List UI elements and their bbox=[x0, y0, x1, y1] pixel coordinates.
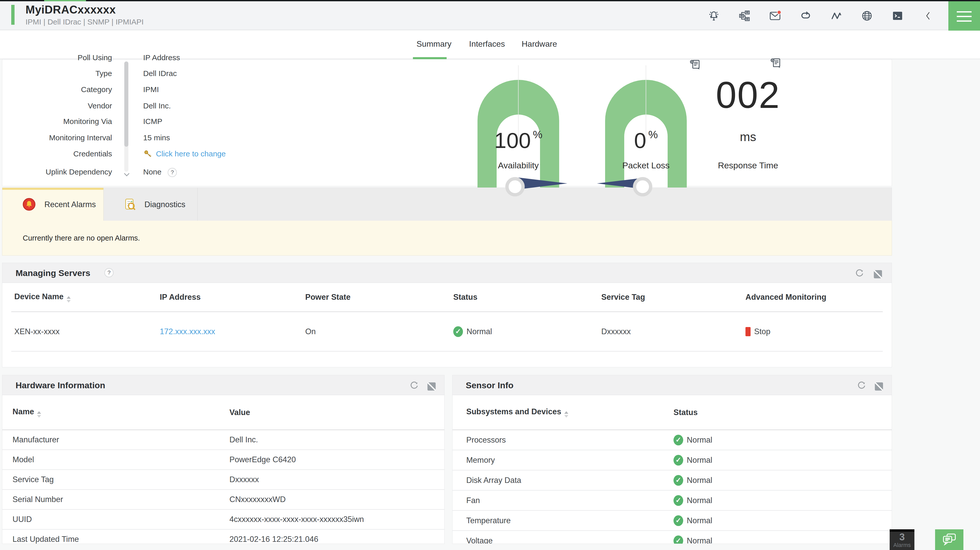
detail-row: Credentials Click here to change bbox=[2, 148, 892, 159]
detail-label: Poll Using bbox=[2, 52, 112, 63]
refresh-icon[interactable] bbox=[856, 380, 867, 391]
tab-recent-alarms[interactable]: Recent Alarms bbox=[2, 188, 103, 221]
sensor-status: Normal bbox=[673, 515, 892, 526]
tab-interfaces[interactable]: Interfaces bbox=[469, 39, 505, 49]
mail-icon[interactable] bbox=[769, 10, 781, 22]
hardware-column-header: Name Value bbox=[2, 395, 444, 429]
hw-value: PowerEdge C6420 bbox=[229, 455, 444, 464]
detail-value: IPMI bbox=[143, 84, 159, 95]
status-text: Normal bbox=[466, 327, 492, 336]
availability-label: Availability bbox=[477, 161, 559, 170]
globe-icon[interactable] bbox=[861, 10, 873, 22]
col-name[interactable]: Name bbox=[13, 407, 229, 418]
col-ip-address[interactable]: IP Address bbox=[160, 292, 305, 302]
sort-icon[interactable] bbox=[37, 411, 41, 418]
sensor-name: Processors bbox=[466, 436, 673, 445]
sensor-row: Fan Normal bbox=[452, 490, 892, 510]
collapse-panel-icon[interactable] bbox=[872, 269, 883, 280]
alarm-count-widget[interactable]: 3 Alarms bbox=[890, 529, 915, 550]
hw-value: 4cxxxxxx-xxxx-xxxx-xxxx-xxxxxx35iwn bbox=[229, 515, 444, 524]
chevron-left-icon[interactable] bbox=[922, 10, 935, 22]
detail-label: Monitoring Via bbox=[2, 116, 112, 127]
tab-hardware[interactable]: Hardware bbox=[522, 39, 557, 49]
hardware-information-title: Hardware Information bbox=[16, 380, 105, 390]
hardware-row: Last Updated Time 2021-02-16 12:25:21.04… bbox=[2, 529, 444, 544]
workflow-icon[interactable] bbox=[738, 10, 751, 22]
hw-name: Last Updated Time bbox=[13, 535, 229, 544]
chat-support-button[interactable] bbox=[935, 529, 963, 550]
managing-servers-row: XEN-xx-xxxx 172.xxx.xxx.xxx On Normal Dx… bbox=[2, 312, 892, 351]
hamburger-menu-button[interactable] bbox=[948, 1, 980, 31]
credentials-change-link[interactable]: Click here to change bbox=[143, 148, 226, 162]
status-check-icon bbox=[673, 475, 683, 486]
detail-label: Vendor bbox=[2, 100, 112, 111]
col-subsystems[interactable]: Subsystems and Devices bbox=[466, 407, 673, 418]
alarm-bell-icon[interactable] bbox=[708, 10, 720, 22]
sensor-status: Normal bbox=[673, 435, 892, 445]
status-check-icon bbox=[673, 536, 683, 544]
collapse-panel-icon[interactable] bbox=[426, 381, 437, 392]
credentials-link-text[interactable]: Click here to change bbox=[156, 149, 226, 158]
sort-icon[interactable] bbox=[564, 411, 568, 418]
sort-icon[interactable] bbox=[67, 296, 71, 302]
cell-advanced-monitoring[interactable]: Stop bbox=[746, 327, 892, 336]
availability-gauge-hub bbox=[505, 177, 525, 196]
cell-ip-address-link[interactable]: 172.xxx.xxx.xxx bbox=[160, 327, 305, 336]
sensor-row: Temperature Normal bbox=[452, 510, 892, 530]
hw-name: Service Tag bbox=[13, 475, 229, 484]
hw-value: Dxxxxxx bbox=[229, 475, 444, 484]
col-status[interactable]: Status bbox=[673, 408, 892, 417]
managing-servers-header: Managing Servers ? bbox=[2, 263, 892, 283]
alarm-count-label: Alarms bbox=[890, 542, 915, 548]
details-scrollbar-thumb[interactable] bbox=[124, 62, 128, 147]
col-device-name[interactable]: Device Name bbox=[14, 292, 160, 302]
uplink-help-badge[interactable]: ? bbox=[168, 168, 177, 177]
table-row-divider bbox=[11, 351, 883, 351]
cell-service-tag: Dxxxxxx bbox=[601, 327, 746, 336]
no-alarms-message: Currently there are no open Alarms. bbox=[23, 234, 140, 242]
tab-diagnostics[interactable]: Diagnostics bbox=[103, 188, 197, 221]
sensor-column-header: Subsystems and Devices Status bbox=[452, 395, 892, 429]
sensor-status: Normal bbox=[673, 495, 892, 506]
chat-bubbles-icon bbox=[942, 531, 957, 548]
availability-unit: % bbox=[533, 129, 542, 141]
view-graph-icon[interactable] bbox=[689, 59, 701, 71]
availability-gauge-tick bbox=[518, 65, 519, 142]
recent-alarms-bell-icon bbox=[22, 197, 36, 211]
view-graph-icon[interactable] bbox=[770, 57, 782, 69]
stop-text[interactable]: Stop bbox=[754, 327, 770, 336]
sensor-row: Processors Normal bbox=[452, 429, 892, 450]
sensor-name: Temperature bbox=[466, 516, 673, 525]
sensor-status: Normal bbox=[673, 455, 892, 466]
cell-status: Normal bbox=[453, 326, 601, 337]
managing-servers-help-badge[interactable]: ? bbox=[104, 268, 114, 277]
col-status[interactable]: Status bbox=[453, 292, 601, 302]
alarms-tab-strip: Recent Alarms Diagnostics bbox=[2, 188, 892, 221]
detail-row: Poll Using IP Address bbox=[2, 52, 892, 63]
recent-alarms-content: Currently there are no open Alarms. bbox=[2, 221, 892, 256]
link-loop-icon[interactable] bbox=[799, 10, 812, 22]
packet-loss-gauge-tick bbox=[646, 65, 646, 142]
uplink-dependency-value: None bbox=[143, 168, 162, 176]
packet-loss-unit: % bbox=[648, 129, 658, 141]
status-check-icon bbox=[673, 455, 683, 466]
refresh-icon[interactable] bbox=[409, 380, 420, 391]
terminal-icon[interactable] bbox=[891, 10, 904, 22]
detail-label: Uplink Dependency bbox=[2, 166, 112, 178]
col-value[interactable]: Value bbox=[229, 408, 444, 417]
col-power-state[interactable]: Power State bbox=[305, 292, 453, 302]
hardware-information-panel: Hardware Information Name Value Manufact… bbox=[2, 375, 445, 544]
device-title: MyiDRACxxxxxx bbox=[25, 3, 116, 16]
sensor-row: Disk Array Data Normal bbox=[452, 470, 892, 490]
tab-summary[interactable]: Summary bbox=[417, 39, 452, 49]
collapse-panel-icon[interactable] bbox=[873, 381, 885, 392]
response-time-unit: ms bbox=[705, 130, 791, 144]
diagnostics-tab-label: Diagnostics bbox=[145, 200, 185, 209]
hardware-information-header: Hardware Information bbox=[2, 375, 444, 395]
col-advanced-monitoring[interactable]: Advanced Monitoring bbox=[746, 292, 892, 302]
sensor-name: Voltage bbox=[466, 536, 673, 544]
refresh-icon[interactable] bbox=[854, 267, 865, 278]
col-service-tag[interactable]: Service Tag bbox=[601, 292, 746, 302]
pulse-icon[interactable] bbox=[830, 10, 843, 22]
cell-power-state: On bbox=[305, 327, 453, 336]
